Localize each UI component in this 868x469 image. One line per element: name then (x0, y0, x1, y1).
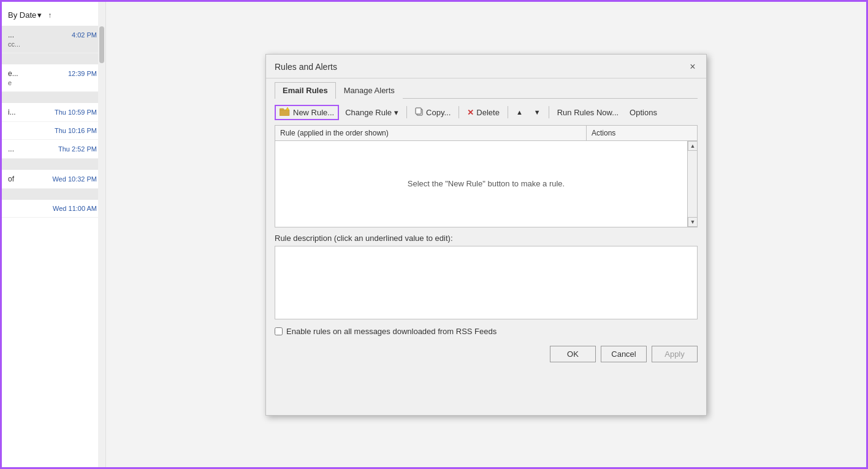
delete-icon: ✕ (467, 108, 474, 117)
apply-button[interactable]: Apply (652, 346, 698, 362)
email-item[interactable]: of Wed 10:32 PM (2, 170, 105, 189)
rules-scrollbar[interactable]: ▲ ▼ (687, 141, 697, 227)
delete-label: Delete (476, 108, 500, 117)
new-rule-label: New Rule... (293, 108, 334, 117)
date-divider (2, 159, 105, 170)
move-up-button[interactable]: ▲ (511, 106, 528, 118)
scrollbar-up-button[interactable]: ▲ (688, 141, 698, 151)
options-label: Options (630, 108, 657, 117)
rules-table-header: Rule (applied in the order shown) Action… (275, 126, 697, 141)
rule-description-label: Rule description (click an underlined va… (275, 234, 698, 243)
options-button[interactable]: Options (625, 105, 662, 120)
email-item[interactable]: Wed 11:00 AM (2, 200, 105, 218)
dialog-title: Rules and Alerts (275, 62, 337, 72)
email-sender: ... (8, 145, 14, 153)
sort-dropdown-icon: ▾ (37, 10, 42, 20)
new-rule-icon (280, 107, 291, 118)
change-rule-label: Change Rule (345, 108, 392, 117)
dialog-footer: OK Cancel Apply (275, 346, 698, 365)
svg-rect-4 (416, 108, 421, 114)
sort-label-text: By Date (8, 10, 36, 20)
copy-button[interactable]: Copy... (410, 105, 455, 120)
rules-empty-message: Select the "New Rule" button to make a r… (408, 179, 565, 188)
email-time: Thu 10:16 PM (55, 127, 97, 134)
tab-manage-alerts[interactable]: Manage Alerts (336, 82, 403, 99)
email-time: Thu 10:59 PM (55, 109, 97, 116)
date-divider (2, 92, 105, 103)
toolbar-divider (406, 106, 407, 118)
svg-marker-2 (286, 107, 289, 110)
dialog-body: Email Rules Manage Alerts New Ru (266, 78, 706, 373)
tab-bar: Email Rules Manage Alerts (275, 78, 698, 99)
change-rule-dropdown-icon: ▾ (394, 108, 398, 117)
col-rule-header: Rule (applied in the order shown) (275, 126, 587, 140)
email-time: Thu 2:52 PM (58, 145, 97, 153)
move-down-icon: ▼ (534, 109, 541, 116)
run-rules-label: Run Rules Now... (557, 108, 619, 117)
rss-feeds-checkbox-row: Enable rules on all messages downloaded … (275, 327, 698, 336)
change-rule-button[interactable]: Change Rule ▾ (340, 105, 403, 120)
dialog-close-button[interactable]: × (687, 61, 699, 73)
email-time: 4:02 PM (72, 31, 97, 39)
sort-direction-button[interactable]: ↑ (48, 11, 51, 20)
scrollbar[interactable] (98, 2, 105, 469)
email-item[interactable]: i... Thu 10:59 PM (2, 103, 105, 122)
email-item[interactable]: e... 12:39 PM e (2, 64, 105, 92)
rules-table: Rule (applied in the order shown) Action… (275, 125, 698, 227)
toolbar-divider-2 (459, 106, 459, 118)
main-content-area: Rules and Alerts × Email Rules Manage Al… (106, 2, 866, 467)
svg-rect-1 (280, 109, 284, 110)
email-sender: i... (8, 108, 16, 116)
new-rule-button[interactable]: New Rule... (275, 105, 339, 120)
email-item[interactable]: ... 4:02 PM cc... (2, 26, 105, 53)
email-item[interactable]: Thu 10:16 PM (2, 122, 105, 140)
delete-button[interactable]: ✕ Delete (462, 105, 504, 120)
toolbar-divider-3 (508, 106, 508, 118)
email-sender: of (8, 175, 14, 183)
rules-table-body[interactable]: Select the "New Rule" button to make a r… (275, 141, 697, 227)
copy-label: Copy... (426, 108, 451, 117)
rules-and-alerts-dialog: Rules and Alerts × Email Rules Manage Al… (265, 54, 707, 416)
date-divider (2, 189, 105, 200)
email-sender: ... (8, 31, 14, 39)
sort-by-date-button[interactable]: By Date ▾ (8, 10, 42, 20)
copy-icon (415, 107, 424, 118)
tab-email-rules[interactable]: Email Rules (275, 82, 336, 99)
date-divider (2, 53, 105, 64)
email-item[interactable]: ... Thu 2:52 PM (2, 140, 105, 159)
move-up-icon: ▲ (516, 109, 523, 116)
toolbar: New Rule... Change Rule ▾ (275, 105, 698, 120)
email-time: Wed 10:32 PM (52, 175, 97, 183)
toolbar-divider-4 (549, 106, 549, 118)
email-list-sidebar: By Date ▾ ↑ ... 4:02 PM cc... e... 12:39… (2, 2, 106, 469)
run-rules-now-button[interactable]: Run Rules Now... (552, 105, 623, 120)
rss-feeds-label[interactable]: Enable rules on all messages downloaded … (286, 327, 497, 336)
rule-description-box[interactable] (275, 246, 698, 319)
col-actions-header: Actions (587, 126, 697, 140)
move-down-button[interactable]: ▼ (529, 106, 546, 118)
email-subject: cc... (8, 40, 97, 48)
email-time: Wed 11:00 AM (53, 205, 97, 212)
email-sender: e... (8, 69, 18, 78)
ok-button[interactable]: OK (550, 346, 596, 362)
dialog-title-bar: Rules and Alerts × (266, 55, 706, 78)
scroll-thumb[interactable] (99, 26, 104, 63)
email-list-header: By Date ▾ ↑ (2, 2, 105, 26)
cancel-button[interactable]: Cancel (601, 346, 647, 362)
rss-feeds-checkbox[interactable] (275, 327, 283, 335)
email-time: 12:39 PM (68, 70, 97, 77)
dialog-overlay: Rules and Alerts × Email Rules Manage Al… (106, 2, 866, 467)
email-subject: e (8, 79, 97, 86)
scrollbar-down-button[interactable]: ▼ (688, 217, 698, 227)
svg-rect-0 (280, 110, 289, 116)
